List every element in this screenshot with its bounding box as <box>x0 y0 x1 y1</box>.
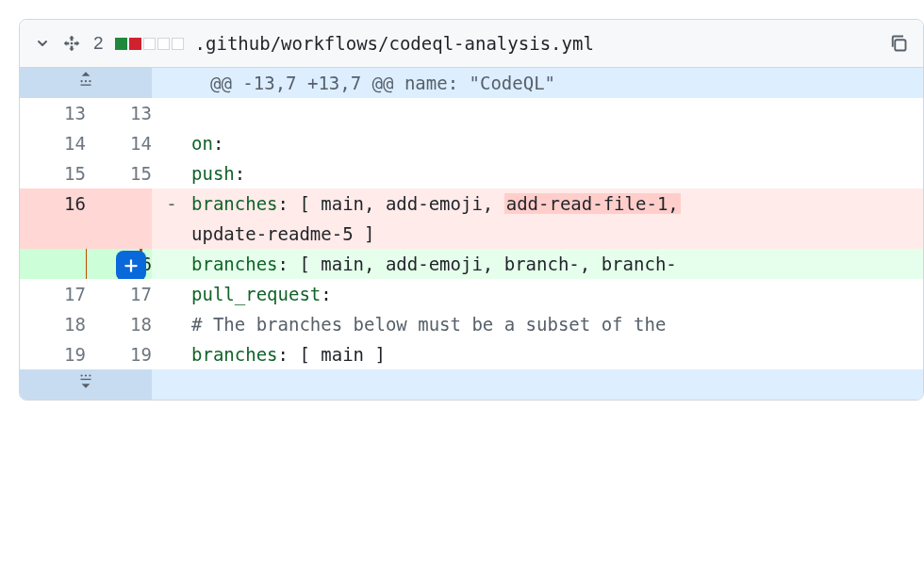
chevron-down-icon[interactable] <box>35 36 50 51</box>
diff-line-removed: 16 - branches: [ main, add-emoji, add-re… <box>20 188 923 219</box>
diff-block-neutral <box>143 38 156 50</box>
svg-rect-9 <box>81 379 91 380</box>
code-cell: on: <box>191 128 923 158</box>
expand-down-icon <box>20 370 152 391</box>
code-cell <box>191 98 923 128</box>
svg-point-4 <box>89 80 91 82</box>
expand-up-icon <box>20 69 152 90</box>
expand-up-cell[interactable] <box>20 68 152 98</box>
code-cell: branches: [ main ] <box>191 339 923 369</box>
diff-block-neutral <box>157 38 170 50</box>
svg-point-7 <box>85 374 87 376</box>
svg-point-3 <box>85 80 87 82</box>
line-num-new[interactable]: 16 <box>86 249 152 279</box>
diff-line: 14 14 on: <box>20 128 923 158</box>
diff-line: 19 19 branches: [ main ] <box>20 339 923 369</box>
add-comment-button[interactable] <box>116 251 146 279</box>
code-cell: pull_request: <box>191 279 923 309</box>
line-num-new[interactable]: 17 <box>86 279 152 309</box>
expand-down-cell[interactable] <box>20 369 152 400</box>
svg-rect-5 <box>81 85 91 86</box>
change-count: 2 <box>93 33 104 54</box>
diff-stat <box>115 38 184 50</box>
diff-block-neutral <box>172 38 184 50</box>
expand-down-row <box>20 369 923 400</box>
svg-rect-1 <box>895 40 905 50</box>
line-num-old[interactable]: 17 <box>20 279 86 309</box>
diff-table: @@ -13,7 +13,7 @@ name: "CodeQL" 13 13 1… <box>20 68 923 400</box>
svg-point-2 <box>81 80 83 82</box>
add-marker: + <box>152 249 191 279</box>
plus-icon <box>123 257 140 274</box>
diff-line: 13 13 <box>20 98 923 128</box>
diff-line: 17 17 pull_request: <box>20 279 923 309</box>
line-num-new[interactable]: 14 <box>86 128 152 158</box>
file-header: 2 .github/workflows/codeql-analysis.yml <box>20 20 923 68</box>
line-num-old[interactable]: 16 <box>20 188 86 219</box>
code-cell: # The branches below must be a subset of… <box>191 309 923 339</box>
copy-icon[interactable] <box>889 34 908 53</box>
code-cell: push: <box>191 158 923 188</box>
diff-line-added: 16 + branches: [ main, add-emoji, branch… <box>20 249 923 279</box>
svg-point-0 <box>71 42 74 45</box>
diff-block-added <box>115 38 127 50</box>
diff-file-container: 2 .github/workflows/codeql-analysis.yml <box>19 19 924 401</box>
diff-line: 15 15 push: <box>20 158 923 188</box>
line-num-old[interactable]: 14 <box>20 128 86 158</box>
hunk-header: @@ -13,7 +13,7 @@ name: "CodeQL" <box>191 68 923 98</box>
line-num-new[interactable] <box>86 188 152 219</box>
line-num-new[interactable]: 13 <box>86 98 152 128</box>
line-num-new[interactable]: 15 <box>86 158 152 188</box>
line-num-old[interactable]: 18 <box>20 309 86 339</box>
line-num-old[interactable]: 15 <box>20 158 86 188</box>
line-num-new[interactable]: 18 <box>86 309 152 339</box>
code-cell: branches: [ main, add-emoji, add-read-fi… <box>191 188 923 219</box>
line-num-new[interactable]: 19 <box>86 339 152 369</box>
svg-point-6 <box>81 374 83 376</box>
code-cell: update-readme-5 ] <box>191 219 923 249</box>
expand-file-icon[interactable] <box>61 33 82 54</box>
remove-marker: - <box>152 188 191 219</box>
line-num-old[interactable]: 13 <box>20 98 86 128</box>
svg-point-8 <box>89 374 91 376</box>
diff-line-removed-wrap: update-readme-5 ] <box>20 219 923 249</box>
diff-line: 18 18 # The branches below must be a sub… <box>20 309 923 339</box>
line-num-old[interactable] <box>20 249 86 279</box>
file-path[interactable]: .github/workflows/codeql-analysis.yml <box>195 33 878 54</box>
diff-block-removed <box>129 38 141 50</box>
line-num-old[interactable]: 19 <box>20 339 86 369</box>
code-cell: branches: [ main, add-emoji, branch-, br… <box>191 249 923 279</box>
hunk-header-row: @@ -13,7 +13,7 @@ name: "CodeQL" <box>20 68 923 98</box>
